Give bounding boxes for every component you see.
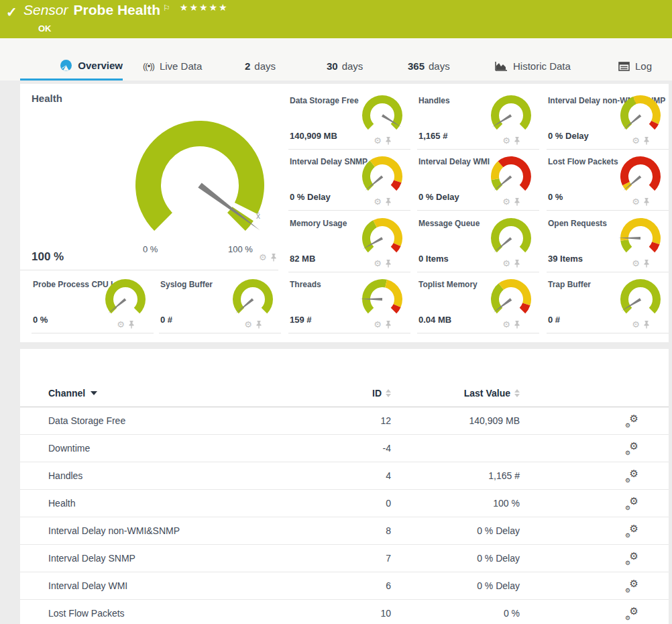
column-header-last-value-label: Last Value [464,388,510,399]
flag-icon[interactable]: ⚐ [163,3,170,13]
channel-table-header: Channel ID Last Value [20,379,669,407]
pin-icon[interactable] [643,198,650,206]
gear-icon[interactable]: ⚙ [374,259,382,268]
gauge-value: 0 Items [418,254,449,264]
gauge-value: 0 % Delay [548,131,589,141]
channel-name-link[interactable]: Downtime [48,443,90,454]
gauge-tile-interval-delay-snmp: Interval Delay SNMP0 % Delay⚙ [288,152,410,211]
gauge-actions: ⚙ [502,136,520,145]
gauge-actions: ⚙ [632,136,650,145]
channel-settings-gears-icon[interactable]: ⚙⚙ [625,414,638,427]
channel-settings-gears-icon[interactable]: ⚙⚙ [625,552,638,565]
gauge-value: 0 % [548,192,563,202]
health-scale-min: 0 % [143,244,158,254]
pin-icon[interactable] [643,137,650,145]
channel-id: 7 [324,553,391,564]
channel-id: -4 [324,443,391,454]
channel-id: 6 [324,580,391,591]
tab-log[interactable]: Log [618,38,652,81]
gauge-title: Interval Delay WMI [418,157,490,166]
column-header-last-value[interactable]: Last Value [391,388,520,399]
channel-name-link[interactable]: Interval Delay non-WMI&SNMP [48,525,180,536]
gear-icon[interactable]: ⚙ [374,136,382,145]
gear-icon[interactable]: ⚙ [632,259,640,268]
sensor-header: ✓ SensorProbe Health⚐★★★★★ OK [0,0,672,38]
pin-icon[interactable] [385,321,392,329]
pin-icon[interactable] [643,260,650,268]
channel-settings-gears-icon[interactable]: ⚙⚙ [625,524,638,537]
gear-icon[interactable]: ⚙ [502,320,510,329]
tab-live-data[interactable]: ((•))Live Data [143,38,202,81]
pin-icon[interactable] [385,137,392,145]
pin-icon[interactable] [514,260,520,268]
channel-name-link[interactable]: Data Storage Free [48,415,125,426]
pin-icon[interactable] [514,137,520,145]
gauge-actions: ⚙ [632,197,650,206]
gear-icon[interactable]: ⚙ [632,320,640,329]
channel-name-link[interactable]: Interval Delay WMI [48,580,127,591]
sort-arrows-icon [514,389,520,397]
channel-table: Channel ID Last Value Data Storage Free1… [20,349,669,624]
gauge-chart [100,276,151,321]
tab-overview[interactable]: Overview [20,38,123,81]
gauge-value: 0 # [548,315,560,325]
gauge-tile-handles: Handles1,165 #⚙ [417,91,539,150]
pin-icon[interactable] [385,198,392,206]
gauge-value: 0 % Delay [418,192,459,202]
channel-name-link[interactable]: Lost Flow Packets [48,608,125,619]
tab-days[interactable]: 2days [245,38,276,81]
gear-icon[interactable]: ⚙ [244,320,252,329]
channel-name-link[interactable]: Interval Delay SNMP [48,553,135,564]
gear-icon[interactable]: ⚙ [259,253,267,262]
tab-days[interactable]: 30days [327,38,363,81]
tab-label: days [254,60,276,72]
channel-id: 12 [324,415,391,426]
tab-number: 30 [327,60,338,72]
channel-settings-gears-icon[interactable]: ⚙⚙ [625,469,638,482]
pin-icon[interactable] [270,254,277,262]
gauge-title: Trap Buffer [548,280,591,289]
gauge-actions: ⚙ [502,320,520,329]
gauge-chart [615,215,666,260]
tab-label: Historic Data [513,60,571,72]
pin-icon[interactable] [256,321,262,329]
channel-settings-gears-icon[interactable]: ⚙⚙ [625,441,638,455]
gear-icon[interactable]: ⚙ [502,136,510,145]
column-header-channel[interactable]: Channel [20,388,324,399]
gear-icon[interactable]: ⚙ [117,320,125,329]
gauge-value: 159 # [290,315,312,325]
gauge-actions: ⚙ [502,197,520,206]
tab-historic-data[interactable]: Historic Data [495,38,571,81]
gauge-title: Message Queue [418,219,480,228]
gauge-title: Threads [290,280,321,289]
gear-icon[interactable]: ⚙ [632,136,640,145]
pin-icon[interactable] [643,321,650,329]
gear-icon[interactable]: ⚙ [502,259,510,268]
channel-name-link[interactable]: Health [48,498,75,509]
channel-settings-gears-icon[interactable]: ⚙⚙ [625,497,638,510]
gauge-value: 39 Items [548,254,583,264]
channel-last-value: 100 % [391,498,520,509]
pin-icon[interactable] [514,198,520,206]
channel-last-value: 0 % [391,608,520,619]
gear-icon[interactable]: ⚙ [374,197,382,206]
sensor-type-label: Sensor [23,2,68,17]
pin-icon[interactable] [514,321,520,329]
gauges-panel: Health 100 % 0 % 100 % x̄ ⚙ Data Storage… [20,84,669,342]
gear-icon[interactable]: ⚙ [374,320,382,329]
tab-days[interactable]: 365days [408,38,450,81]
pin-icon[interactable] [385,260,392,268]
table-row: Handles41,165 #⚙⚙ [20,462,669,490]
gear-icon[interactable]: ⚙ [632,197,640,206]
channel-id: 0 [324,498,391,509]
gauge-value: 0 # [160,315,172,325]
gauge-chart [357,153,408,199]
tab-bar: Overview((•))Live Data2days30days365days… [0,38,672,81]
pin-icon[interactable] [128,321,135,329]
priority-stars[interactable]: ★★★★★ [180,2,229,13]
channel-settings-gears-icon[interactable]: ⚙⚙ [625,607,638,620]
channel-name-link[interactable]: Handles [48,470,82,481]
channel-settings-gears-icon[interactable]: ⚙⚙ [625,579,638,592]
gear-icon[interactable]: ⚙ [502,197,510,206]
column-header-id[interactable]: ID [324,388,391,399]
